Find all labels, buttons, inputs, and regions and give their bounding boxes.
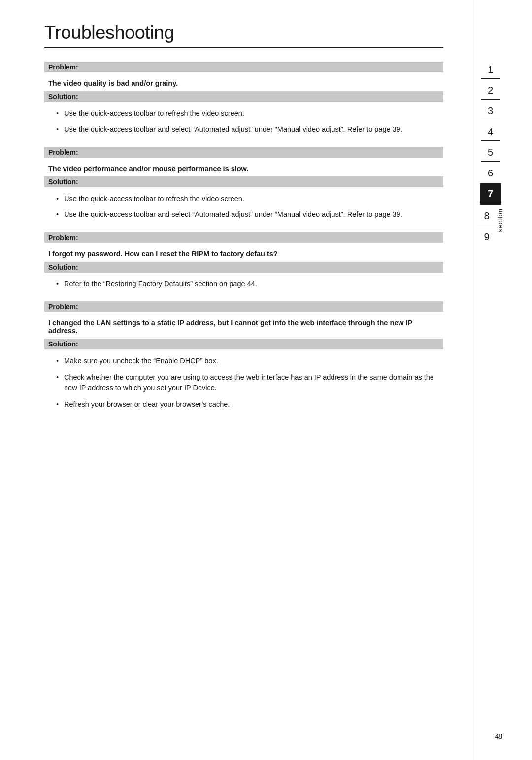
page-number: 48	[495, 732, 502, 740]
section-num-4: 4	[481, 121, 500, 141]
section-num-7: 7	[480, 183, 501, 205]
problem-label-1: Problem:	[44, 62, 443, 72]
solution-item-4-2: Check whether the computer you are using…	[56, 372, 439, 394]
problem-label-2: Problem:	[44, 147, 443, 158]
page-container: Troubleshooting Problem: The video quali…	[0, 0, 532, 760]
solution-list-2: Use the quick-access toolbar to refresh …	[44, 190, 443, 230]
section-num-6: 6	[481, 163, 500, 182]
solution-item-4-3: Refresh your browser or clear your brows…	[56, 399, 439, 410]
section-num-2: 2	[481, 80, 500, 100]
solution-list-1: Use the quick-access toolbar to refresh …	[44, 105, 443, 145]
problem-header-3: Problem:	[44, 232, 443, 243]
problem-label-3: Problem:	[44, 232, 443, 243]
solution-header-1: Solution:	[44, 91, 443, 102]
section-num-8: 8	[477, 206, 497, 225]
solution-item-3-1: Refer to the “Restoring Factory Defaults…	[56, 278, 439, 289]
problem-header-4: Problem:	[44, 301, 443, 312]
solution-item-1-1: Use the quick-access toolbar to refresh …	[56, 108, 439, 119]
problem-description-1: The video quality is bad and/or grainy.	[44, 75, 443, 91]
section-numbers: 1 2 3 4 5 6 7 8 9 section	[477, 59, 504, 246]
qa-group-4: Problem: I changed the LAN settings to a…	[44, 301, 443, 419]
solution-label-1: Solution:	[44, 91, 443, 102]
solution-label-3: Solution:	[44, 262, 443, 273]
solution-item-4-1: Make sure you uncheck the “Enable DHCP” …	[56, 355, 439, 366]
qa-group-2: Problem: The video performance and/or mo…	[44, 147, 443, 230]
title-divider	[44, 47, 443, 48]
section-num-9: 9	[477, 226, 497, 245]
section-num-1: 1	[481, 59, 500, 79]
section-num-5: 5	[481, 142, 500, 162]
right-sidebar: 1 2 3 4 5 6 7 8 9 section	[473, 0, 507, 760]
section-8-9-nums: 8 9	[477, 206, 497, 246]
solution-header-4: Solution:	[44, 339, 443, 349]
solution-item-2-1: Use the quick-access toolbar to refresh …	[56, 193, 439, 204]
problem-description-3: I forgot my password. How can I reset th…	[44, 246, 443, 262]
solution-list-3: Refer to the “Restoring Factory Defaults…	[44, 276, 443, 299]
main-content: Troubleshooting Problem: The video quali…	[0, 0, 473, 760]
solution-label-2: Solution:	[44, 176, 443, 187]
problem-header-1: Problem:	[44, 62, 443, 72]
section-num-3: 3	[481, 101, 500, 120]
page-title: Troubleshooting	[44, 22, 443, 43]
qa-group-1: Problem: The video quality is bad and/or…	[44, 62, 443, 145]
solution-item-2-2: Use the quick-access toolbar and select …	[56, 209, 439, 220]
problem-label-4: Problem:	[44, 301, 443, 312]
problem-header-2: Problem:	[44, 147, 443, 158]
section-label-vertical: section	[497, 208, 504, 232]
problem-description-2: The video performance and/or mouse perfo…	[44, 161, 443, 176]
problem-description-4: I changed the LAN settings to a static I…	[44, 315, 443, 339]
section-8-group: 8 9 section	[477, 206, 504, 246]
solution-label-4: Solution:	[44, 339, 443, 349]
solution-list-4: Make sure you uncheck the “Enable DHCP” …	[44, 352, 443, 419]
solution-item-1-2: Use the quick-access toolbar and select …	[56, 124, 439, 135]
qa-group-3: Problem: I forgot my password. How can I…	[44, 232, 443, 299]
solution-header-2: Solution:	[44, 176, 443, 187]
solution-header-3: Solution:	[44, 262, 443, 273]
